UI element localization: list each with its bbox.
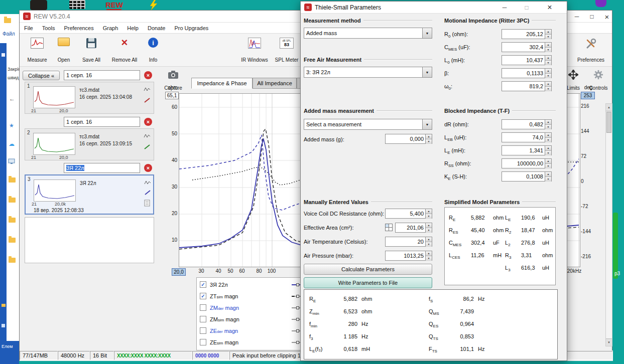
dialog-maximize-button[interactable]: □ bbox=[520, 3, 534, 12]
save-all-button[interactable]: Save All bbox=[77, 36, 106, 65]
delete-measurement-1-button[interactable]: × bbox=[144, 71, 152, 79]
effective-area-field[interactable]: 201,06 ▲▼ bbox=[395, 223, 432, 233]
air-temperature-field[interactable]: 20 ▲▼ bbox=[385, 237, 432, 247]
trace-color-icon[interactable] bbox=[144, 144, 152, 151]
leb-field[interactable]: 74,0▲▼ bbox=[502, 132, 552, 142]
area-calculator-icon[interactable] bbox=[385, 224, 393, 231]
spinner[interactable]: ▲▼ bbox=[425, 251, 432, 260]
trace-options-icon[interactable] bbox=[144, 133, 152, 140]
scrollbar-thumb[interactable] bbox=[606, 112, 611, 133]
dr-field[interactable]: 0,482▲▼ bbox=[502, 119, 552, 129]
vertical-scrollbar[interactable]: ▲ ▼ bbox=[605, 103, 612, 346]
spinner[interactable]: ▲▼ bbox=[545, 43, 551, 52]
onedrive-cloud-icon[interactable]: ☁ bbox=[9, 140, 15, 147]
spl-meter-button[interactable]: dB SPL 83 SPL Meter bbox=[273, 36, 301, 65]
nav-folder-glyph[interactable] bbox=[2, 304, 6, 307]
menu-tools[interactable]: Tools bbox=[38, 25, 60, 31]
legend-checkbox[interactable] bbox=[200, 327, 206, 334]
scroll-up-arrow[interactable]: ▲ bbox=[606, 104, 612, 111]
nav-glyph-2[interactable] bbox=[2, 324, 5, 327]
omega0-field[interactable]: 819,2▲▼ bbox=[502, 81, 552, 91]
dc-resistance-field[interactable]: 5,400 ▲▼ bbox=[385, 209, 432, 219]
tree-folder-icon[interactable] bbox=[9, 198, 16, 203]
menu-file[interactable]: File bbox=[20, 25, 38, 31]
desktop-icon-purple-app[interactable] bbox=[595, 0, 606, 7]
free-air-combo[interactable]: 3: 3Я 22л▼ bbox=[304, 67, 432, 78]
tab-all-impedance[interactable]: All Impedance bbox=[253, 78, 297, 89]
trace-color-icon[interactable] bbox=[144, 97, 152, 104]
menu-pro-upgrades[interactable]: Pro Upgrades bbox=[170, 25, 213, 31]
spinner[interactable]: ▲▼ bbox=[545, 172, 551, 181]
dialog-titlebar[interactable]: ≈ Thiele-Small Parameters ─ □ × bbox=[301, 2, 567, 14]
menu-help[interactable]: Help bbox=[122, 25, 143, 31]
tab-impedance-phase[interactable]: Impedance & Phase bbox=[191, 78, 253, 89]
delete-measurement-2-button[interactable]: × bbox=[144, 118, 152, 126]
info-button[interactable]: i Info bbox=[143, 36, 163, 65]
legend-checkbox[interactable]: ✓ bbox=[200, 281, 206, 288]
air-pressure-field[interactable]: 1013,25 ▲▼ bbox=[385, 251, 432, 261]
lightning-icon[interactable] bbox=[149, 0, 159, 10]
le-field[interactable]: 1,341▲▼ bbox=[502, 145, 552, 155]
measurement-card-3[interactable]: 3 3Я 22л 21 20,0k 18 вер. 2025 12:08:33 bbox=[25, 174, 154, 215]
combo-arrow-icon[interactable]: ▼ bbox=[422, 28, 432, 38]
legend-checkbox[interactable] bbox=[200, 304, 206, 311]
desktop-icon-dark-app[interactable] bbox=[30, 0, 47, 10]
spinner[interactable]: ▲▼ bbox=[545, 69, 551, 78]
measurement-card-1[interactable]: 1 тс3.mdat 16 серп. 2025 13:04:08 21 20,… bbox=[25, 82, 154, 114]
beta-field[interactable]: 0,1133▲▼ bbox=[502, 68, 552, 78]
scroll-down-arrow[interactable]: ▼ bbox=[606, 338, 612, 346]
combo-arrow-icon[interactable]: ▼ bbox=[422, 67, 432, 77]
combo-arrow-icon[interactable]: ▼ bbox=[422, 119, 432, 129]
desktop-icon-grid-app[interactable] bbox=[69, 0, 85, 9]
preferences-button[interactable]: Preferences bbox=[575, 36, 607, 65]
spinner[interactable]: ▲▼ bbox=[425, 134, 432, 143]
spinner[interactable]: ▲▼ bbox=[425, 209, 432, 218]
delete-measurement-3-button[interactable]: × bbox=[144, 164, 152, 172]
rss-field[interactable]: 100000,00▲▼ bbox=[502, 158, 552, 168]
calculate-parameters-button[interactable]: Calculate Parameters bbox=[304, 264, 432, 275]
trace-options-icon[interactable] bbox=[144, 86, 152, 93]
notes-icon[interactable] bbox=[144, 200, 152, 207]
dialog-minimize-button[interactable]: ─ bbox=[497, 3, 512, 12]
menu-donate[interactable]: Donate bbox=[143, 25, 170, 31]
spinner[interactable]: ▲▼ bbox=[545, 120, 551, 129]
legend-checkbox[interactable]: ✓ bbox=[200, 293, 206, 299]
dialog-close-button[interactable]: × bbox=[543, 3, 557, 12]
ir-windows-button[interactable]: IR Windows bbox=[238, 36, 271, 65]
tree-folder-icon[interactable] bbox=[9, 238, 16, 243]
measurement-name-input-3[interactable]: 3Я 22л bbox=[64, 163, 140, 173]
collapse-button[interactable]: Collapse « bbox=[23, 71, 60, 80]
spinner[interactable]: ▲▼ bbox=[425, 223, 432, 232]
added-mass-combo[interactable]: Select a measurement▼ bbox=[304, 119, 432, 130]
quick-access-star-icon[interactable]: ★ bbox=[9, 122, 14, 129]
spinner[interactable]: ▲▼ bbox=[545, 146, 551, 155]
tree-folder-icon[interactable] bbox=[9, 177, 16, 183]
this-pc-icon[interactable] bbox=[8, 158, 15, 164]
measurement-method-combo[interactable]: Added mass▼ bbox=[304, 28, 432, 39]
desktop-icon-rew-logo[interactable]: REW bbox=[105, 1, 123, 9]
remove-all-button[interactable]: × Remove All bbox=[108, 36, 141, 65]
spinner[interactable]: ▲▼ bbox=[545, 56, 551, 65]
spinner[interactable]: ▲▼ bbox=[545, 30, 551, 39]
back-arrow-icon[interactable]: ← bbox=[9, 95, 15, 102]
spinner[interactable]: ▲▼ bbox=[425, 237, 432, 246]
nav-glyph[interactable] bbox=[2, 53, 5, 57]
measurement-name-input-1[interactable]: 1 серп. 16 bbox=[64, 70, 140, 80]
added-mass-field[interactable]: 0,000 ▲▼ bbox=[385, 134, 432, 144]
legend-checkbox[interactable] bbox=[200, 339, 206, 345]
r0-field[interactable]: 205,12▲▼ bbox=[502, 29, 552, 39]
close-button[interactable]: × bbox=[600, 12, 614, 21]
measurement-name-input-2[interactable]: 1 серп. 16 bbox=[64, 117, 140, 127]
x-axis-min-box[interactable]: 20,0 bbox=[172, 268, 186, 276]
write-parameters-button[interactable]: Write Parameters to File bbox=[304, 277, 432, 288]
open-button[interactable]: Open bbox=[52, 36, 76, 65]
y-axis-max-box[interactable]: 65,1 bbox=[165, 92, 179, 99]
trace-color-icon[interactable] bbox=[144, 190, 152, 197]
measurement-card-2[interactable]: 2 тс3.mdat 16 серп. 2025 13:09:15 21 20,… bbox=[25, 128, 154, 160]
l0-field[interactable]: 10,437▲▼ bbox=[502, 55, 552, 65]
spinner[interactable]: ▲▼ bbox=[545, 159, 551, 168]
menu-graph[interactable]: Graph bbox=[98, 25, 123, 31]
measure-button[interactable]: Measure bbox=[24, 36, 51, 65]
trace-options-icon[interactable] bbox=[144, 179, 152, 187]
cmes-field[interactable]: 302,4▲▼ bbox=[502, 42, 552, 52]
